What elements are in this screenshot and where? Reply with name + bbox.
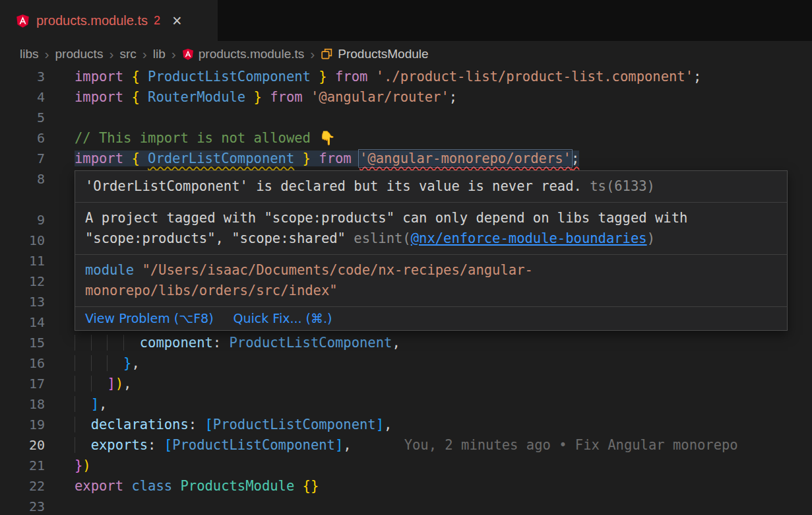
line-number[interactable]: 23 — [0, 497, 59, 515]
breadcrumb-separator: › — [142, 46, 147, 62]
code-line-text — [59, 251, 75, 271]
breadcrumb-label: products.module.ts — [199, 47, 305, 61]
code-line-text: }) — [59, 456, 91, 476]
line-number[interactable]: 6 — [0, 128, 59, 149]
breadcrumb-item-productsmodule[interactable]: ProductsModule — [321, 47, 428, 61]
breadcrumb-label: ProductsModule — [338, 47, 428, 61]
popup-section-ts-diagnostic: 'OrderListComponent' is declared but its… — [75, 171, 787, 202]
code-line[interactable]: 16 }, — [0, 353, 812, 374]
breadcrumb-separator: › — [45, 46, 49, 62]
breadcrumb-item-src[interactable]: src — [119, 47, 136, 61]
code-line[interactable]: 5 — [0, 108, 812, 128]
breadcrumb-label: src — [119, 47, 136, 61]
line-number[interactable]: 4 — [0, 87, 59, 108]
code-line-text — [59, 210, 75, 230]
code-line-text: component: ProductListComponent, — [59, 333, 400, 353]
line-number[interactable]: 7 — [0, 149, 59, 169]
code-line-text: }, — [59, 353, 140, 374]
line-number[interactable] — [0, 189, 59, 210]
line-number[interactable]: 11 — [0, 251, 59, 271]
code-line[interactable]: 7import { OrderListComponent } from '@an… — [0, 149, 812, 169]
line-number[interactable]: 16 — [0, 353, 59, 374]
code-line-text — [59, 230, 75, 251]
popup-section-eslint-diagnostic: A project tagged with "scope:products" c… — [75, 202, 787, 254]
code-line-text: import { RouterModule } from '@angular/r… — [59, 87, 457, 108]
tab-problem-count: 2 — [154, 14, 160, 28]
error-popup: 'OrderListComponent' is declared but its… — [75, 170, 788, 331]
code-line-text — [59, 271, 75, 292]
code-line[interactable]: 17 ]), — [0, 374, 812, 394]
editor[interactable]: 3import { ProductListComponent } from '.… — [0, 67, 812, 515]
popup-text: eslint( — [354, 230, 410, 246]
angular-icon — [16, 14, 30, 28]
line-number[interactable]: 10 — [0, 230, 59, 251]
code-line-text: export class ProductsModule {} — [59, 476, 319, 497]
code-line-text — [59, 169, 75, 189]
line-number[interactable]: 13 — [0, 292, 59, 312]
breadcrumb-separator: › — [310, 46, 315, 62]
breadcrumb: libs›products›src›lib›products.module.ts… — [0, 41, 812, 67]
popup-text: ts(6133) — [582, 178, 655, 194]
breadcrumb-label: libs — [20, 47, 39, 61]
line-number[interactable]: 14 — [0, 312, 59, 333]
code-line-text — [59, 497, 75, 515]
line-number[interactable]: 18 — [0, 394, 59, 415]
line-number[interactable]: 15 — [0, 333, 59, 353]
code-line-text — [59, 108, 75, 128]
popup-section-module-path: module "/Users/isaac/Documents/code/nx-r… — [75, 254, 787, 306]
code-line[interactable]: 20 exports: [ProductListComponent],You, … — [0, 435, 812, 456]
code-line[interactable]: 18 ], — [0, 394, 812, 415]
breadcrumb-label: products — [55, 47, 104, 61]
code-line[interactable]: 15 component: ProductListComponent, — [0, 333, 812, 353]
code-line[interactable]: 3import { ProductListComponent } from '.… — [0, 67, 812, 87]
line-number[interactable]: 22 — [0, 476, 59, 497]
popup-sections: 'OrderListComponent' is declared but its… — [75, 171, 787, 306]
angular-icon — [182, 48, 194, 60]
close-icon[interactable]: × — [172, 13, 182, 29]
code-line[interactable]: 23 — [0, 497, 812, 515]
code-line-text — [59, 189, 75, 210]
code-line[interactable]: 19 declarations: [ProductListComponent], — [0, 415, 812, 435]
class-symbol-icon — [321, 48, 333, 60]
eslint-rule-link[interactable]: @nx/enforce-module-boundaries — [411, 230, 647, 246]
code-line[interactable]: 4import { RouterModule } from '@angular/… — [0, 87, 812, 108]
line-number[interactable]: 9 — [0, 210, 59, 230]
line-number[interactable]: 17 — [0, 374, 59, 394]
line-number[interactable]: 12 — [0, 271, 59, 292]
popup-text: ) — [647, 230, 655, 246]
popup-text: 'OrderListComponent' is declared but its… — [85, 178, 582, 194]
quick-fix-action[interactable]: Quick Fix... (⌘.) — [234, 312, 332, 326]
breadcrumb-item-products[interactable]: products — [55, 47, 104, 61]
code-line-text: declarations: [ProductListComponent], — [59, 415, 392, 435]
code-line-text — [59, 292, 75, 312]
code-line[interactable]: 21}) — [0, 456, 812, 476]
breadcrumb-label: lib — [153, 47, 166, 61]
line-number[interactable]: 21 — [0, 456, 59, 476]
breadcrumb-separator: › — [109, 46, 113, 62]
code-line-text: ]), — [59, 374, 131, 394]
breadcrumb-item-products-module-ts[interactable]: products.module.ts — [182, 47, 305, 61]
code-line[interactable]: 22export class ProductsModule {} — [0, 476, 812, 497]
code-line-text — [59, 312, 75, 333]
line-number[interactable]: 20 — [0, 435, 59, 456]
line-number[interactable]: 3 — [0, 67, 59, 87]
inline-blame-annotation: You, 2 minutes ago • Fix Angular monorep… — [404, 437, 738, 453]
tab-title: products.module.ts — [36, 13, 148, 28]
code-line-text: import { OrderListComponent } from '@ang… — [59, 149, 579, 169]
breadcrumb-item-libs[interactable]: libs — [20, 47, 39, 61]
view-problem-action[interactable]: View Problem (⌥F8) — [85, 312, 214, 326]
breadcrumb-separator: › — [172, 46, 176, 62]
popup-actions: View Problem (⌥F8)Quick Fix... (⌘.) — [75, 306, 787, 330]
code-line[interactable]: 6// This import is not allowed 👇 — [0, 128, 812, 149]
code-line-text: exports: [ProductListComponent],You, 2 m… — [59, 435, 738, 456]
popup-text: module — [85, 262, 142, 278]
popup-text: "/Users/isaac/Documents/code/nx-recipes/… — [85, 262, 533, 298]
tab-products-module[interactable]: products.module.ts 2 × — [0, 0, 218, 41]
breadcrumb-item-lib[interactable]: lib — [153, 47, 166, 61]
line-number[interactable]: 8 — [0, 169, 59, 189]
code-line-text: ], — [59, 394, 107, 415]
code-line-text: // This import is not allowed 👇 — [59, 128, 336, 149]
tab-bar: products.module.ts 2 × — [0, 0, 812, 41]
line-number[interactable]: 5 — [0, 108, 59, 128]
line-number[interactable]: 19 — [0, 415, 59, 435]
